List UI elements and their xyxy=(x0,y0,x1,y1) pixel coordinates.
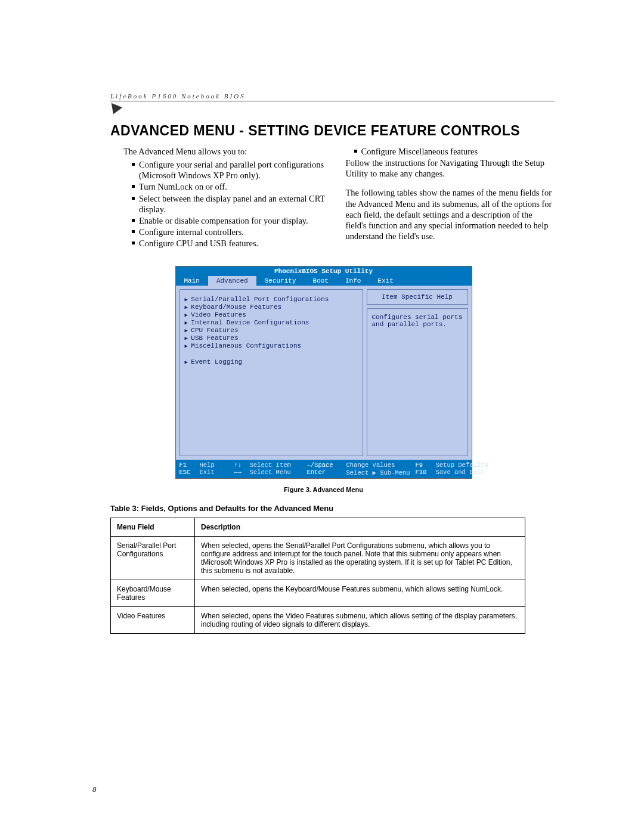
select-submenu-label: Select ▶ Sub-Menu xyxy=(346,469,410,476)
left-bullet: Configure CPU and USB features. xyxy=(132,238,333,249)
f10-key: F10 xyxy=(416,469,427,476)
bios-item: Serial/Parallel Port Configurations xyxy=(185,296,358,303)
bios-item: Internal Device Configurations xyxy=(185,319,358,326)
left-bullet-list: Configure your serial and parallel port … xyxy=(123,159,333,249)
bios-item: Event Logging xyxy=(185,358,358,366)
left-column: The Advanced Menu allows you to: Configu… xyxy=(123,146,333,249)
bios-tab-info: Info xyxy=(337,276,369,286)
right-paragraph-1: Follow the instructions for Navigating T… xyxy=(346,157,555,179)
bios-tab-exit: Exit xyxy=(369,276,401,286)
bios-menu-list: Serial/Parallel Port Configurations Keyb… xyxy=(179,289,363,456)
table-cell-desc: When selected, opens the Keyboard/Mouse … xyxy=(195,580,525,607)
table-caption: Table 3: Fields, Options and Defaults fo… xyxy=(110,504,555,513)
select-item-label: Select Item xyxy=(250,462,291,469)
figure-caption: Figure 3. Advanced Menu xyxy=(92,486,555,493)
save-exit-label: Save and Exit xyxy=(436,469,485,476)
page-number: 8 xyxy=(92,785,97,794)
right-column: Configure Miscellaneous features Follow … xyxy=(346,146,555,249)
bios-screenshot: PhoenixBIOS Setup Utility Main Advanced … xyxy=(175,266,472,479)
arrows-ud-key: ↑↓ xyxy=(234,462,242,469)
space-key: -/Space xyxy=(307,462,333,469)
table-cell-field: Keyboard/Mouse Features xyxy=(111,580,195,607)
setup-defaults-label: Setup Defaults xyxy=(436,462,488,469)
right-bullet-list: Configure Miscellaneous features xyxy=(346,146,555,157)
table-cell-field: Serial/Parallel Port Configurations xyxy=(111,537,195,580)
bios-tab-security: Security xyxy=(256,276,305,286)
f1-label: Help xyxy=(200,462,215,469)
esc-key: ESC xyxy=(179,469,191,476)
left-bullet: Configure your serial and parallel port … xyxy=(132,159,333,181)
left-intro: The Advanced Menu allows you to: xyxy=(123,146,333,157)
right-bullet: Configure Miscellaneous features xyxy=(354,146,555,157)
arrows-lr-key: ←→ xyxy=(234,469,242,476)
left-bullet: Configure internal controllers. xyxy=(132,227,333,237)
table-cell-field: Video Features xyxy=(111,607,195,634)
bios-help-title: Item Specific Help xyxy=(367,289,468,305)
table-cell-desc: When selected, opens the Serial/Parallel… xyxy=(195,537,525,580)
exit-label: Exit xyxy=(200,469,215,476)
table-row: Keyboard/Mouse Features When selected, o… xyxy=(111,580,525,607)
right-paragraph-2: The following tables show the names of t… xyxy=(346,187,555,241)
table-cell-desc: When selected, opens the Video Features … xyxy=(195,607,525,634)
left-bullet: Turn NumLock on or off. xyxy=(132,181,333,192)
bios-title: PhoenixBIOS Setup Utility xyxy=(176,267,472,276)
table-header-field: Menu Field xyxy=(111,518,195,537)
bios-item: CPU Features xyxy=(185,327,358,334)
select-menu-label: Select Menu xyxy=(250,469,291,476)
corner-triangle-icon xyxy=(108,103,123,116)
bios-item: Keyboard/Mouse Features xyxy=(185,304,358,311)
bios-tabs: Main Advanced Security Boot Info Exit xyxy=(176,276,472,286)
fields-table: Menu Field Description Serial/Parallel P… xyxy=(110,518,525,634)
running-head: LifeBook P1600 Notebook BIOS xyxy=(110,92,555,101)
bios-footer: F1 Help ↑↓ Select Item -/Space Change Va… xyxy=(176,460,472,478)
section-title: Advanced Menu - Setting Device Feature C… xyxy=(110,123,555,139)
bios-tab-advanced: Advanced xyxy=(208,276,256,286)
table-row: Serial/Parallel Port Configurations When… xyxy=(111,537,525,580)
bios-tab-main: Main xyxy=(176,276,208,286)
left-bullet: Enable or disable compensation for your … xyxy=(132,215,333,226)
bios-item: Miscellaneous Configurations xyxy=(185,342,358,349)
bios-help-text: Configures serial ports and parallel por… xyxy=(367,308,468,456)
bios-item: USB Features xyxy=(185,335,358,342)
enter-key: Enter xyxy=(307,469,326,476)
f1-key: F1 xyxy=(179,462,187,469)
change-values-label: Change Values xyxy=(346,462,395,469)
bios-item: Video Features xyxy=(185,311,358,318)
bios-tab-boot: Boot xyxy=(305,276,337,286)
table-row: Video Features When selected, opens the … xyxy=(111,607,525,634)
f9-key: F9 xyxy=(416,462,423,469)
left-bullet: Select between the display panel and an … xyxy=(132,193,333,215)
two-column-body: The Advanced Menu allows you to: Configu… xyxy=(92,146,555,249)
table-header-desc: Description xyxy=(195,518,525,537)
